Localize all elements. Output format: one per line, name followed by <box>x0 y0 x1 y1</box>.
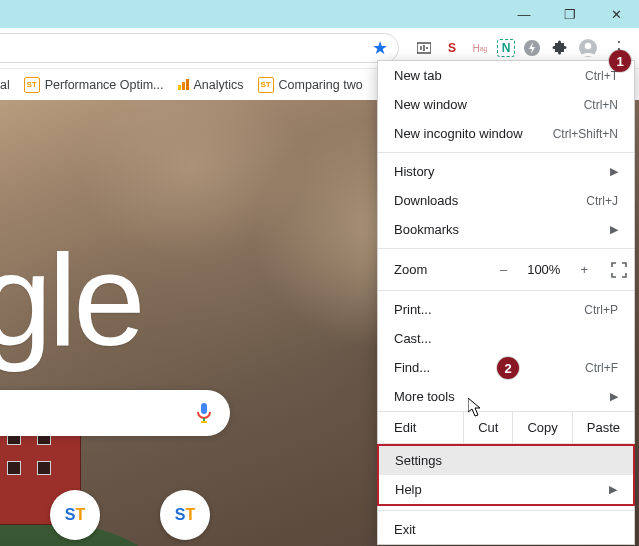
bookmark-label: Analytics <box>194 78 244 92</box>
bookmark-label: Performance Optim... <box>45 78 164 92</box>
google-search-bar[interactable] <box>0 390 230 436</box>
shortcut-glyph: S <box>175 506 186 524</box>
google-logo-fragment: gle <box>0 225 141 375</box>
st-icon: ST <box>258 77 274 93</box>
ntp-shortcut[interactable]: ST <box>160 490 210 540</box>
annotation-badge-2: 2 <box>497 357 519 379</box>
menu-separator <box>378 290 634 291</box>
menu-zoom: Zoom – 100% + <box>378 253 634 286</box>
menu-label: New window <box>394 97 467 112</box>
menu-label: Zoom <box>394 262 488 277</box>
bookmark-star-icon[interactable]: ★ <box>372 37 388 59</box>
menu-paste[interactable]: Paste <box>572 412 634 443</box>
shortcut-glyph: T <box>185 506 195 524</box>
menu-downloads[interactable]: Downloads Ctrl+J <box>378 186 634 215</box>
menu-label: Settings <box>395 453 442 468</box>
menu-shortcut: Ctrl+N <box>584 98 618 112</box>
menu-separator <box>378 248 634 249</box>
menu-label: New tab <box>394 68 442 83</box>
voice-search-icon[interactable] <box>194 403 214 423</box>
chevron-right-icon: ▶ <box>610 390 618 403</box>
menu-label: Print... <box>394 302 432 317</box>
annotation-badge-1: 1 <box>609 50 631 72</box>
menu-copy[interactable]: Copy <box>512 412 571 443</box>
extension-n-icon[interactable]: N <box>497 39 515 57</box>
fullscreen-icon[interactable] <box>610 261 628 279</box>
st-icon: ST <box>24 77 40 93</box>
menu-label: Cast... <box>394 331 432 346</box>
extension-seo-icon[interactable]: S <box>441 37 463 59</box>
analytics-icon <box>178 79 189 90</box>
bookmark-label: al <box>0 78 10 92</box>
bookmark-item[interactable]: ST Comparing two <box>258 77 363 93</box>
chevron-right-icon: ▶ <box>610 165 618 178</box>
address-bar[interactable]: ★ <box>0 33 399 63</box>
menu-new-tab[interactable]: New tab Ctrl+T <box>378 61 634 90</box>
svg-rect-4 <box>201 403 207 414</box>
menu-more-tools[interactable]: More tools ▶ <box>378 382 634 411</box>
ntp-shortcut[interactable]: ST <box>50 490 100 540</box>
menu-label: More tools <box>394 389 455 404</box>
window-maximize-button[interactable]: ❐ <box>547 0 593 28</box>
menu-label: History <box>394 164 434 179</box>
shortcut-glyph: T <box>75 506 85 524</box>
menu-label: Exit <box>394 522 416 537</box>
menu-settings[interactable]: Settings <box>379 446 633 475</box>
zoom-out-button[interactable]: – <box>488 258 519 281</box>
menu-new-window[interactable]: New window Ctrl+N <box>378 90 634 119</box>
bookmark-item[interactable]: Analytics <box>178 78 244 92</box>
svg-point-3 <box>585 43 591 49</box>
menu-label: Find... <box>394 360 430 375</box>
shortcut-glyph: S <box>65 506 76 524</box>
menu-separator <box>378 152 634 153</box>
menu-label: Help <box>395 482 422 497</box>
cursor-icon <box>468 398 484 418</box>
window-close-button[interactable]: ✕ <box>593 0 639 28</box>
zoom-percent: 100% <box>519 262 568 277</box>
menu-cast[interactable]: Cast... <box>378 324 634 353</box>
annotation-highlight: Settings Help ▶ <box>377 444 635 506</box>
chevron-right-icon: ▶ <box>609 483 617 496</box>
menu-shortcut: Ctrl+P <box>584 303 618 317</box>
menu-label: Edit <box>378 412 463 443</box>
menu-bookmarks[interactable]: Bookmarks ▶ <box>378 215 634 244</box>
extensions-puzzle-icon[interactable] <box>549 37 571 59</box>
menu-help[interactable]: Help ▶ <box>379 475 633 504</box>
menu-print[interactable]: Print... Ctrl+P <box>378 295 634 324</box>
extension-bolt-icon[interactable] <box>521 37 543 59</box>
menu-shortcut: Ctrl+Shift+N <box>553 127 618 141</box>
menu-shortcut: Ctrl+F <box>585 361 618 375</box>
menu-new-incognito[interactable]: New incognito window Ctrl+Shift+N <box>378 119 634 148</box>
menu-exit[interactable]: Exit <box>378 515 634 544</box>
bookmark-item[interactable]: al <box>0 78 10 92</box>
menu-shortcut: Ctrl+J <box>586 194 618 208</box>
bookmark-label: Comparing two <box>279 78 363 92</box>
zoom-in-button[interactable]: + <box>568 258 600 281</box>
extension-icon[interactable] <box>413 37 435 59</box>
menu-edit-row: Edit Cut Copy Paste <box>378 411 634 444</box>
profile-avatar-icon[interactable] <box>577 37 599 59</box>
menu-label: Downloads <box>394 193 458 208</box>
menu-label: Bookmarks <box>394 222 459 237</box>
menu-separator <box>378 510 634 511</box>
chrome-main-menu: New tab Ctrl+T New window Ctrl+N New inc… <box>377 60 635 545</box>
bookmark-item[interactable]: ST Performance Optim... <box>24 77 164 93</box>
window-titlebar: — ❐ ✕ <box>0 0 639 28</box>
extension-htag-icon[interactable]: Hag <box>469 37 491 59</box>
menu-label: New incognito window <box>394 126 523 141</box>
chevron-right-icon: ▶ <box>610 223 618 236</box>
menu-history[interactable]: History ▶ <box>378 157 634 186</box>
window-minimize-button[interactable]: — <box>501 0 547 28</box>
menu-shortcut: Ctrl+T <box>585 69 618 83</box>
